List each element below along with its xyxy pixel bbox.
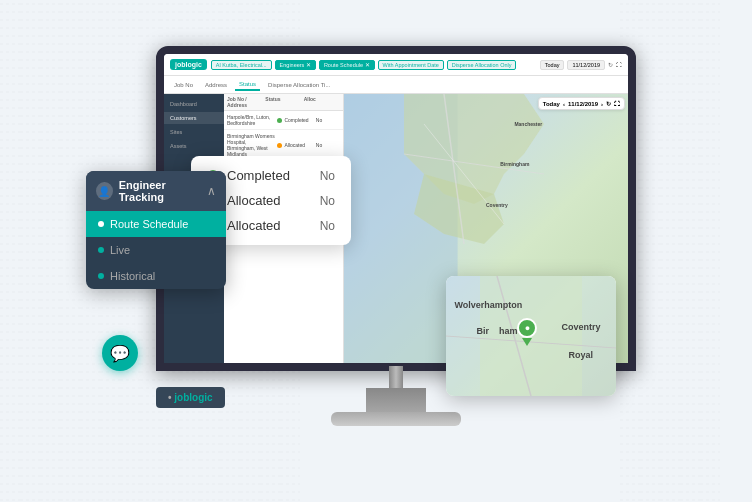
pin-tip xyxy=(522,338,532,346)
sub-nav: Job No Address Status Disperse Allocatio… xyxy=(164,76,628,94)
cell-alloc-1: No xyxy=(316,117,340,123)
status-label-completed: Completed xyxy=(227,168,312,183)
mini-map-background: Wolverhampton Bir ham Coventry Royal ● xyxy=(446,276,616,396)
footer-logo-text: joblogic xyxy=(174,392,212,403)
pin-person-icon: ● xyxy=(525,323,530,333)
status-row-allocated-2: Allocated No xyxy=(207,218,335,233)
mini-map-city-wolverhampton: Wolverhampton xyxy=(455,300,523,310)
engineer-icon: 👤 xyxy=(96,182,113,200)
nav-logo: joblogic xyxy=(170,59,207,70)
status-value-completed: No xyxy=(320,169,335,183)
nav-filters: Al Kutba, Electrical... Engineers ✕ Rout… xyxy=(211,60,536,70)
today-label[interactable]: Today xyxy=(540,60,565,70)
panel-collapse-icon[interactable]: ∧ xyxy=(207,184,216,198)
map-fullscreen-icon[interactable]: ⛶ xyxy=(614,101,620,107)
filter-location[interactable]: Al Kutba, Electrical... xyxy=(211,60,272,70)
date-display[interactable]: 11/12/2019 xyxy=(567,60,605,70)
refresh-icon[interactable]: ↻ xyxy=(608,61,613,68)
top-nav: joblogic Al Kutba, Electrical... Enginee… xyxy=(164,54,628,76)
dot-route xyxy=(98,221,104,227)
today-text: Today xyxy=(543,101,560,107)
cell-address-2: Birmingham Womens Hospital, Birmingham, … xyxy=(227,133,275,157)
mini-map-card: Wolverhampton Bir ham Coventry Royal ● xyxy=(446,276,616,396)
today-badge[interactable]: Today ‹ 11/12/2019 › ↻ ⛶ xyxy=(538,97,625,110)
panel-item-live[interactable]: Live xyxy=(86,237,226,263)
col-alloc: Alloc xyxy=(304,96,340,108)
sub-nav-allocation[interactable]: Disperse Allocation Ti... xyxy=(264,80,334,90)
panel-label-live: Live xyxy=(110,244,130,256)
status-value-allocated-2: No xyxy=(320,219,335,233)
chat-button[interactable]: 💬 xyxy=(102,335,138,371)
filter-engineers[interactable]: Engineers ✕ xyxy=(275,60,316,70)
pin-circle: ● xyxy=(517,318,537,338)
mini-map-city-royal: Royal xyxy=(568,350,593,360)
engineer-panel-title: 👤 Engineer Tracking xyxy=(96,179,207,203)
map-city-1: Manchester xyxy=(514,121,542,127)
chevron-left-icon[interactable]: ‹ xyxy=(563,101,565,107)
engineer-panel-header: 👤 Engineer Tracking ∧ xyxy=(86,171,226,211)
map-pin: ● xyxy=(517,318,537,344)
map-refresh-icon[interactable]: ↻ xyxy=(606,100,611,107)
cell-status-2: Allocated xyxy=(277,142,313,148)
dot-historical xyxy=(98,273,104,279)
dot-live xyxy=(98,247,104,253)
status-row-completed: Completed No xyxy=(207,168,335,183)
cell-alloc-2: No xyxy=(316,142,340,148)
status-label-1: Completed xyxy=(284,117,308,123)
panel-label-route: Route Schedule xyxy=(110,218,188,230)
mini-map-city-coventry: Coventry xyxy=(562,322,601,332)
filter-route[interactable]: Route Schedule ✕ xyxy=(319,60,375,70)
panel-item-route[interactable]: Route Schedule xyxy=(86,211,226,237)
sub-nav-status[interactable]: Status xyxy=(235,79,260,91)
status-label-allocated-2: Allocated xyxy=(227,218,312,233)
monitor-base xyxy=(331,412,461,426)
status-dot-green-1 xyxy=(277,118,282,123)
status-label-2: Allocated xyxy=(284,142,305,148)
status-dot-orange-2 xyxy=(277,143,282,148)
sub-nav-job[interactable]: Job No xyxy=(170,80,197,90)
chevron-right-icon[interactable]: › xyxy=(601,101,603,107)
engineer-panel-title-text: Engineer Tracking xyxy=(119,179,207,203)
filter-disperse[interactable]: Disperse Allocation Only xyxy=(447,60,517,70)
nav-right: Today 11/12/2019 ↻ ⛶ xyxy=(540,60,622,70)
filter-appointment[interactable]: With Appointment Date xyxy=(378,60,444,70)
cell-address-1: Harpole/Bm, Luton, Bedfordshire xyxy=(227,114,275,126)
scene-container: joblogic Al Kutba, Electrical... Enginee… xyxy=(26,16,726,486)
sidebar-item-dashboard[interactable]: Dashboard xyxy=(164,98,224,110)
sub-nav-address[interactable]: Address xyxy=(201,80,231,90)
panel-label-historical: Historical xyxy=(110,270,155,282)
sidebar-item-sites[interactable]: Sites xyxy=(164,126,224,138)
monitor-neck xyxy=(389,366,403,388)
status-value-allocated-1: No xyxy=(320,194,335,208)
panel-item-historical[interactable]: Historical xyxy=(86,263,226,289)
status-label-allocated-1: Allocated xyxy=(227,193,312,208)
mini-map-city-birmingham: Bir ham xyxy=(477,326,518,336)
footer-logo: • joblogic xyxy=(156,387,225,408)
col-job: Job No / Address xyxy=(227,96,263,108)
table-header: Job No / Address Status Alloc xyxy=(224,94,343,111)
engineer-panel: 👤 Engineer Tracking ∧ Route Schedule Liv… xyxy=(86,171,226,289)
expand-icon[interactable]: ⛶ xyxy=(616,62,622,68)
col-status: Status xyxy=(265,96,301,108)
table-row[interactable]: Harpole/Bm, Luton, Bedfordshire Complete… xyxy=(224,111,343,130)
chat-icon: 💬 xyxy=(110,344,130,363)
map-city-3: Coventry xyxy=(486,202,508,208)
cell-status-1: Completed xyxy=(277,117,313,123)
status-row-allocated-1: Allocated No xyxy=(207,193,335,208)
map-date: 11/12/2019 xyxy=(568,101,598,107)
map-city-2: Birmingham xyxy=(500,161,529,167)
sidebar-item-customers[interactable]: Customers xyxy=(164,112,224,124)
sidebar-item-assets[interactable]: Assets xyxy=(164,140,224,152)
